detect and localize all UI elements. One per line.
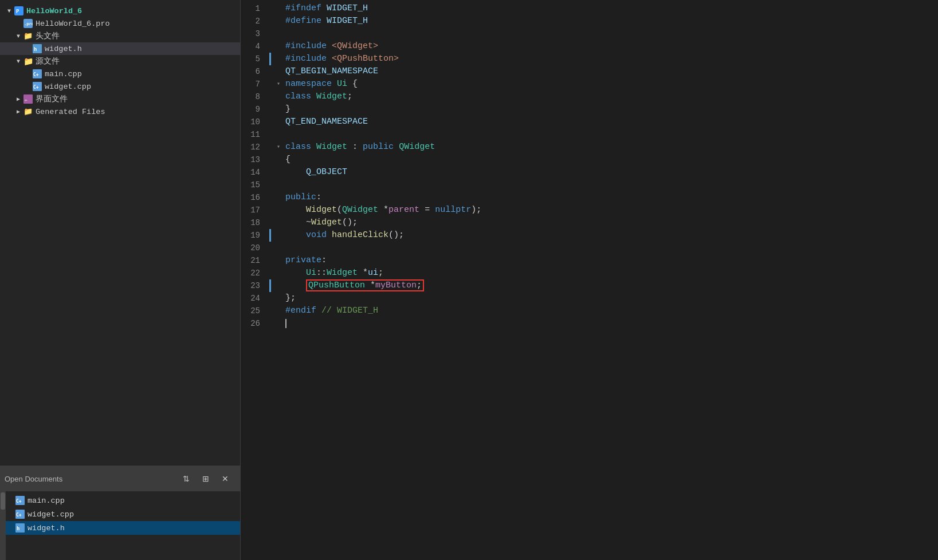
file-tree: P HelloWorld_6 .pro HelloWorld_6.pro 📁 头… [0,0,240,466]
code-line-26[interactable]: 26 [241,317,938,330]
line-gutter-1 [269,2,274,15]
line-code-8: class Widget; [283,90,938,103]
code-line-11[interactable]: 11 [241,128,938,141]
code-line-23[interactable]: 23 QPushButton *myButton; [241,279,938,292]
code-line-22[interactable]: 22 Ui::Widget *ui; [241,267,938,279]
svg-text:C+: C+ [16,499,22,504]
line-code-9: } [283,103,938,116]
line-gutter-6 [269,65,274,78]
collapse-20 [274,242,283,254]
line-code-17: Widget(QWidget *parent = nullptr); [283,204,938,216]
code-line-19[interactable]: 19 void handleClick(); [241,229,938,242]
open-doc-widget-h[interactable]: h widget.h [6,521,240,535]
left-panel: P HelloWorld_6 .pro HelloWorld_6.pro 📁 头… [0,0,241,560]
collapse-5 [274,53,283,65]
tree-item-sources[interactable]: 📁 源文件 [0,55,240,68]
code-line-6[interactable]: 6QT_BEGIN_NAMESPACE [241,65,938,78]
line-gutter-20 [269,242,274,254]
collapse-16 [274,191,283,204]
tree-item-ui-folder[interactable]: ✏ 界面文件 [0,93,240,105]
code-line-10[interactable]: 10QT_END_NAMESPACE [241,116,938,128]
line-number-24: 24 [241,292,269,305]
open-docs-title: Open Documents [5,475,171,483]
collapse-22 [274,267,283,279]
line-number-15: 15 [241,179,269,191]
collapse-11 [274,128,283,141]
line-gutter-23 [269,279,274,292]
code-line-9[interactable]: 9} [241,103,938,116]
code-line-21[interactable]: 21private: [241,254,938,267]
line-number-21: 21 [241,254,269,267]
collapse-26 [274,317,283,330]
widget-cpp-label: widget.cpp [45,82,91,91]
code-line-8[interactable]: 8class Widget; [241,90,938,103]
code-line-3[interactable]: 3 [241,27,938,40]
line-gutter-17 [269,204,274,216]
sort-icon[interactable]: ⇅ [180,473,192,484]
close-panel-icon[interactable]: ✕ [219,473,231,484]
chevron-sources [14,57,23,66]
line-code-12: class Widget : public QWidget [283,141,938,153]
line-code-26 [283,317,938,330]
svg-text:.pro: .pro [24,22,33,26]
open-docs-header: Open Documents ⇅ ⊞ ✕ [0,466,240,491]
line-gutter-15 [269,179,274,191]
tree-item-gen-folder[interactable]: 📁 Generated Files [0,105,240,118]
line-number-14: 14 [241,166,269,179]
line-gutter-14 [269,166,274,179]
line-code-3 [283,27,938,40]
code-line-5[interactable]: 5#include <QPushButton> [241,53,938,65]
collapse-2 [274,15,283,27]
code-line-17[interactable]: 17 Widget(QWidget *parent = nullptr); [241,204,938,216]
code-line-25[interactable]: 25#endif // WIDGET_H [241,305,938,317]
collapse-8 [274,90,283,103]
h-icon: h [32,44,42,54]
tree-item-main-cpp[interactable]: C+ main.cpp [0,68,240,80]
svg-text:✏: ✏ [25,97,28,102]
code-line-20[interactable]: 20 [241,242,938,254]
chevron-widget-cpp [23,82,32,91]
code-line-14[interactable]: 14 Q_OBJECT [241,166,938,179]
code-line-16[interactable]: 16public: [241,191,938,204]
svg-text:C+: C+ [16,512,22,518]
open-doc-main[interactable]: C+ main.cpp [6,494,240,507]
line-number-8: 8 [241,90,269,103]
cpp-icon-main: C+ [32,69,42,79]
ui-folder-label: 界面文件 [36,94,68,104]
tree-item-widget-h[interactable]: h widget.h [0,42,240,55]
open-doc-widget-cpp[interactable]: C+ widget.cpp [6,507,240,521]
line-code-15 [283,179,938,191]
svg-text:h: h [17,526,19,531]
code-line-2[interactable]: 2#define WIDGET_H [241,15,938,27]
tree-item-headers[interactable]: 📁 头文件 [0,30,240,42]
fold-arrow-7[interactable]: ▾ [277,78,280,90]
line-gutter-3 [269,27,274,40]
collapse-7[interactable]: ▾ [274,78,283,90]
code-line-7[interactable]: 7▾namespace Ui { [241,78,938,90]
split-icon[interactable]: ⊞ [200,473,211,484]
code-line-18[interactable]: 18 ~Widget(); [241,216,938,229]
open-docs-scrollbar[interactable] [0,491,6,560]
line-code-21: private: [283,254,938,267]
open-doc-widget-h-label: widget.h [28,524,65,533]
tree-item-widget-cpp[interactable]: C+ widget.cpp [0,80,240,93]
open-doc-main-label: main.cpp [28,496,65,505]
line-code-6: QT_BEGIN_NAMESPACE [283,65,938,78]
code-editor[interactable]: 1#ifndef WIDGET_H2#define WIDGET_H34#inc… [241,0,938,560]
collapse-12[interactable]: ▾ [274,141,283,153]
fold-arrow-12[interactable]: ▾ [277,141,280,153]
code-line-12[interactable]: 12▾class Widget : public QWidget [241,141,938,153]
code-line-4[interactable]: 4#include <QWidget> [241,40,938,53]
chevron-ui [14,94,23,104]
code-line-1[interactable]: 1#ifndef WIDGET_H [241,2,938,15]
code-line-13[interactable]: 13{ [241,153,938,166]
chevron-headers [14,31,23,41]
line-number-23: 23 [241,279,269,292]
tree-item-pro[interactable]: .pro HelloWorld_6.pro [0,17,240,30]
code-line-24[interactable]: 24}; [241,292,938,305]
code-line-15[interactable]: 15 [241,179,938,191]
line-code-5: #include <QPushButton> [283,53,938,65]
tree-item-project[interactable]: P HelloWorld_6 [0,5,240,17]
widget-h-label: widget.h [45,45,82,53]
collapse-21 [274,254,283,267]
